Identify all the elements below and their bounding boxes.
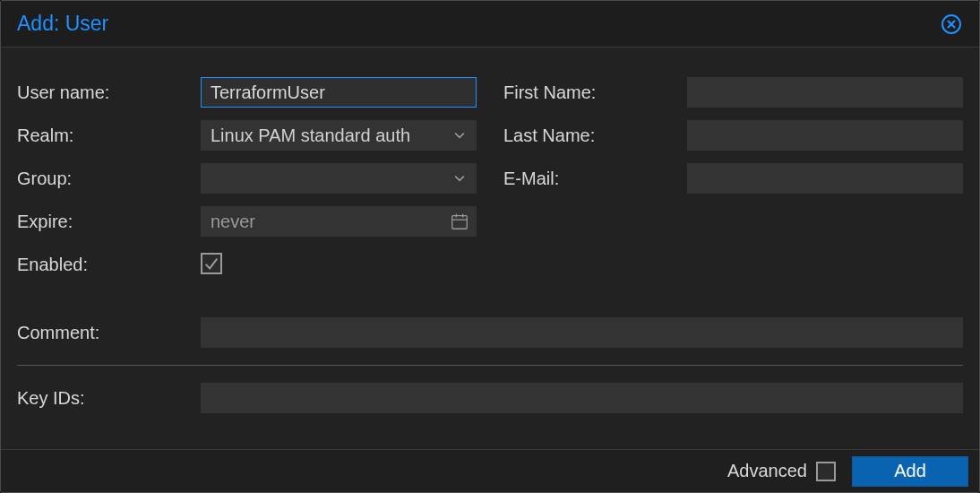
email-input[interactable] [687,163,963,194]
add-user-dialog: Add: User User name: Realm: [0,0,980,493]
chevron-down-icon [452,171,467,186]
group-row: Group: [17,157,477,200]
enabled-row: Enabled: [17,243,477,286]
comment-input[interactable] [201,317,963,348]
email-row: E-Mail: [503,157,963,200]
form-fullwidth: Comment: Key IDs: [17,311,963,419]
dialog-footer: Advanced Add [1,449,979,492]
realm-select[interactable] [201,120,477,151]
advanced-checkbox[interactable] [816,462,836,481]
keyids-input[interactable] [201,383,963,413]
dialog-titlebar: Add: User [1,1,979,48]
checkmark-icon [203,255,219,272]
close-icon [941,13,962,35]
form-column-right: First Name: Last Name: E-Mail: [503,71,963,286]
username-input[interactable] [201,77,477,108]
enabled-checkbox[interactable] [201,253,222,274]
comment-row: Comment: [17,311,963,354]
group-label: Group: [17,169,201,189]
keyids-row: Key IDs: [17,376,963,419]
realm-row: Realm: [17,114,477,157]
form-columns: User name: Realm: [17,71,963,286]
form-column-left: User name: Realm: [17,71,477,286]
enabled-label: Enabled: [17,255,201,275]
advanced-toggle[interactable]: Advanced [727,461,836,481]
email-label: E-Mail: [503,169,687,189]
realm-dropdown-trigger[interactable] [446,120,473,151]
keyids-label: Key IDs: [17,388,201,409]
username-row: User name: [17,71,477,114]
expire-input[interactable] [201,206,477,237]
lastname-row: Last Name: [503,114,963,157]
chevron-down-icon [452,128,467,143]
expire-date-trigger[interactable] [446,206,473,237]
comment-label: Comment: [17,323,201,343]
dialog-body: User name: Realm: [1,48,979,419]
lastname-label: Last Name: [503,125,687,146]
advanced-label: Advanced [727,461,807,481]
close-button[interactable] [940,13,963,36]
lastname-input[interactable] [687,120,963,151]
group-select[interactable] [201,163,477,194]
calendar-icon [450,212,469,231]
firstname-label: First Name: [503,82,687,103]
username-label: User name: [17,82,201,103]
expire-row: Expire: [17,200,477,243]
expire-label: Expire: [17,212,201,232]
firstname-row: First Name: [503,71,963,114]
add-button[interactable]: Add [852,456,968,487]
svg-rect-1 [452,216,468,229]
dialog-title: Add: User [17,12,108,36]
separator [17,365,963,366]
realm-label: Realm: [17,125,201,146]
firstname-input[interactable] [687,77,963,108]
group-dropdown-trigger[interactable] [446,163,473,194]
